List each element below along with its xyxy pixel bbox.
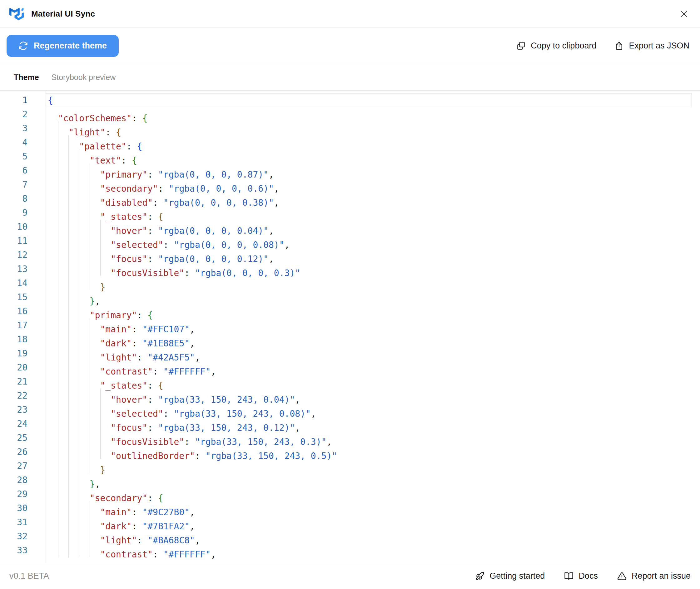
line-number: 1 <box>0 93 46 107</box>
code-line[interactable]: 31"dark": "#7B1FA2", <box>0 515 700 529</box>
line-number: 26 <box>0 445 46 459</box>
indent-guide <box>79 375 90 389</box>
code-line[interactable]: 33"contrast": "#FFFFFF", <box>0 543 700 557</box>
indent-guide <box>90 445 100 459</box>
indent-space <box>47 375 58 389</box>
token-p: , <box>211 549 216 560</box>
code-line[interactable]: 16"primary": { <box>0 304 700 318</box>
indent-guide <box>58 121 69 135</box>
code-line[interactable]: 32"light": "#BA68C8", <box>0 529 700 543</box>
code-line-content: "disabled": "rgba(0, 0, 0, 0.38)", <box>46 192 692 206</box>
line-number: 7 <box>0 178 46 192</box>
indent-guide <box>90 501 100 515</box>
code-line[interactable]: 18"dark": "#1E88E5", <box>0 332 700 346</box>
share-export-icon <box>614 41 624 51</box>
regenerate-theme-button[interactable]: Regenerate theme <box>7 35 119 57</box>
code-line[interactable]: 4"palette": { <box>0 135 700 150</box>
code-line[interactable]: 22"hover": "rgba(33, 150, 243, 0.04)", <box>0 389 700 403</box>
indent-guide <box>79 445 90 459</box>
indent-space <box>47 332 58 346</box>
code-line[interactable]: 29"secondary": { <box>0 487 700 501</box>
indent-guide <box>79 206 90 220</box>
line-number: 20 <box>0 361 46 375</box>
line-number: 33 <box>0 543 46 557</box>
code-line[interactable]: 20"contrast": "#FFFFFF", <box>0 361 700 375</box>
code-line[interactable]: 10"hover": "rgba(0, 0, 0, 0.04)", <box>0 220 700 234</box>
indent-guide <box>68 375 79 389</box>
indent-space <box>47 318 58 332</box>
copy-to-clipboard-button[interactable]: Copy to clipboard <box>516 41 596 51</box>
indent-guide <box>68 135 79 150</box>
theme-json-editor[interactable]: 1{2"colorSchemes": {3"light": {4"palette… <box>0 91 700 563</box>
indent-guide <box>79 543 90 557</box>
code-line[interactable]: 6"primary": "rgba(0, 0, 0, 0.87)", <box>0 164 700 178</box>
app-title: Material UI Sync <box>31 9 95 19</box>
version-badge: v0.1 BETA <box>9 571 49 581</box>
indent-guide <box>68 361 79 375</box>
indent-guide <box>90 346 100 361</box>
code-line[interactable]: 9"_states": { <box>0 206 700 220</box>
line-number: 9 <box>0 206 46 220</box>
indent-guide <box>68 248 79 262</box>
code-line[interactable]: 14} <box>0 276 700 290</box>
code-line-content: "focusVisible": "rgba(33, 150, 243, 0.3)… <box>46 431 692 445</box>
indent-guide <box>79 473 90 487</box>
indent-guide <box>90 276 100 290</box>
code-line[interactable]: 2"colorSchemes": { <box>0 107 700 121</box>
code-lines: 1{2"colorSchemes": {3"light": {4"palette… <box>0 93 700 557</box>
code-line[interactable]: 12"focus": "rgba(0, 0, 0, 0.12)", <box>0 248 700 262</box>
code-line[interactable]: 5"text": { <box>0 150 700 164</box>
getting-started-link[interactable]: Getting started <box>475 571 545 581</box>
indent-guide <box>100 220 111 234</box>
code-line[interactable]: 26"outlinedBorder": "rgba(33, 150, 243, … <box>0 445 700 459</box>
code-line[interactable]: 27} <box>0 459 700 473</box>
toolbar: Regenerate theme Copy to clipboard Expor… <box>0 28 700 64</box>
indent-guide <box>90 318 100 332</box>
indent-guide <box>68 304 79 318</box>
indent-guide <box>90 431 100 445</box>
close-button[interactable] <box>677 7 691 21</box>
code-line[interactable]: 1{ <box>0 93 700 107</box>
code-line[interactable]: 8"disabled": "rgba(0, 0, 0, 0.38)", <box>0 192 700 206</box>
docs-link[interactable]: Docs <box>564 571 598 581</box>
code-line[interactable]: 21"_states": { <box>0 375 700 389</box>
report-an-issue-link[interactable]: Report an issue <box>617 571 691 581</box>
tab-theme[interactable]: Theme <box>14 73 39 82</box>
code-line[interactable]: 23"selected": "rgba(33, 150, 243, 0.08)"… <box>0 403 700 417</box>
indent-guide <box>58 220 69 234</box>
indent-guide <box>100 234 111 248</box>
code-line-content: "light": "#42A5F5", <box>46 346 692 361</box>
code-line[interactable]: 11"selected": "rgba(0, 0, 0, 0.08)", <box>0 234 700 248</box>
indent-guide <box>79 178 90 192</box>
code-line[interactable]: 24"focus": "rgba(33, 150, 243, 0.12)", <box>0 417 700 431</box>
indent-guide <box>68 192 79 206</box>
code-line-content: "secondary": "rgba(0, 0, 0, 0.6)", <box>46 178 692 192</box>
indent-space <box>47 107 58 121</box>
tab-storybook-preview[interactable]: Storybook preview <box>51 73 116 82</box>
code-line[interactable]: 25"focusVisible": "rgba(33, 150, 243, 0.… <box>0 431 700 445</box>
indent-guide <box>58 459 69 473</box>
indent-guide <box>79 220 90 234</box>
code-line[interactable]: 19"light": "#42A5F5", <box>0 346 700 361</box>
code-line[interactable]: 17"main": "#FFC107", <box>0 318 700 332</box>
export-as-json-button[interactable]: Export as JSON <box>614 41 689 51</box>
code-line-content: "outlinedBorder": "rgba(33, 150, 243, 0.… <box>46 445 692 459</box>
line-number: 3 <box>0 121 46 135</box>
line-number: 22 <box>0 389 46 403</box>
indent-space <box>47 417 58 431</box>
code-line[interactable]: 3"light": { <box>0 121 700 135</box>
indent-guide <box>68 276 79 290</box>
code-line[interactable]: 13"focusVisible": "rgba(0, 0, 0, 0.3)" <box>0 262 700 276</box>
code-line[interactable]: 30"main": "#9C27B0", <box>0 501 700 515</box>
code-line[interactable]: 28}, <box>0 473 700 487</box>
line-number: 10 <box>0 220 46 234</box>
rocket-icon <box>475 572 484 581</box>
indent-space <box>47 431 58 445</box>
code-line[interactable]: 15}, <box>0 290 700 304</box>
indent-guide <box>100 389 111 403</box>
code-line-content: "selected": "rgba(0, 0, 0, 0.08)", <box>46 234 692 248</box>
mui-logo-icon <box>9 7 24 20</box>
indent-guide <box>68 487 79 501</box>
indent-guide <box>79 234 90 248</box>
code-line[interactable]: 7"secondary": "rgba(0, 0, 0, 0.6)", <box>0 178 700 192</box>
